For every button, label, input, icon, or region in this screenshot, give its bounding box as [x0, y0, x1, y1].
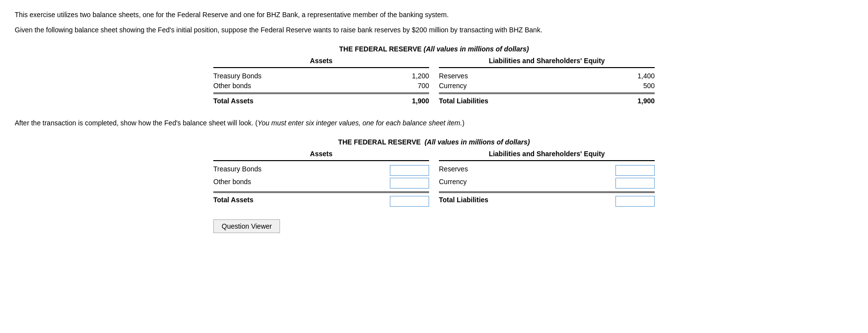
- currency-input[interactable]: [615, 178, 655, 189]
- editable-reserves-label: Reserves: [439, 165, 615, 176]
- liability-reserves-label: Reserves: [439, 72, 625, 80]
- asset-other-input[interactable]: [390, 178, 429, 189]
- total-assets-label: Total Assets: [213, 97, 400, 105]
- total-assets-row: Total Assets 1,900: [213, 96, 429, 106]
- table-row: Reserves: [439, 164, 655, 177]
- asset-treasury-input[interactable]: [390, 165, 429, 176]
- total-assets-value: 1,900: [400, 97, 429, 105]
- table-row: Reserves 1,400: [439, 71, 655, 81]
- asset-other-bonds-label: Other bonds: [213, 82, 400, 90]
- editable-table-title: THE FEDERAL RESERVE (All values in milli…: [15, 138, 853, 146]
- table-row: Treasury Bonds: [213, 164, 429, 177]
- initial-assets-header: Assets: [213, 57, 429, 68]
- total-liabilities-value: 1,900: [625, 97, 655, 105]
- question-viewer-button[interactable]: Question Viewer: [213, 219, 280, 233]
- intro-line2: Given the following balance sheet showin…: [15, 25, 853, 35]
- intro-line1: This exercise utilizes two balance sheet…: [15, 10, 853, 20]
- total-liabilities-row: Total Liabilities 1,900: [439, 96, 655, 106]
- initial-table-title: THE FEDERAL RESERVE (All values in milli…: [15, 45, 853, 53]
- editable-assets-header: Assets: [213, 150, 429, 161]
- asset-treasury-bonds-label: Treasury Bonds: [213, 72, 400, 80]
- after-text: After the transaction is completed, show…: [15, 118, 853, 128]
- asset-other-bonds-value: 700: [400, 82, 429, 90]
- liability-currency-value: 500: [625, 82, 655, 90]
- initial-liabilities-header: Liabilities and Shareholders' Equity: [439, 57, 655, 68]
- total-liabilities-label: Total Liabilities: [439, 97, 625, 105]
- editable-total-assets-label: Total Assets: [213, 196, 390, 207]
- editable-asset-treasury-label: Treasury Bonds: [213, 165, 390, 176]
- total-liabilities-editable-row: Total Liabilities: [439, 195, 655, 208]
- asset-treasury-bonds-value: 1,200: [400, 72, 429, 80]
- total-assets-input[interactable]: [390, 196, 429, 207]
- total-assets-editable-row: Total Assets: [213, 195, 429, 208]
- editable-asset-other-label: Other bonds: [213, 178, 390, 189]
- table-row: Treasury Bonds 1,200: [213, 71, 429, 81]
- editable-total-liabilities-label: Total Liabilities: [439, 196, 615, 207]
- table-row: Currency: [439, 177, 655, 190]
- editable-currency-label: Currency: [439, 178, 615, 189]
- editable-liabilities-header: Liabilities and Shareholders' Equity: [439, 150, 655, 161]
- table-row: Other bonds 700: [213, 81, 429, 91]
- reserves-input[interactable]: [615, 165, 655, 176]
- liability-currency-label: Currency: [439, 82, 625, 90]
- total-liabilities-input[interactable]: [615, 196, 655, 207]
- liability-reserves-value: 1,400: [625, 72, 655, 80]
- table-row: Currency 500: [439, 81, 655, 91]
- table-row: Other bonds: [213, 177, 429, 190]
